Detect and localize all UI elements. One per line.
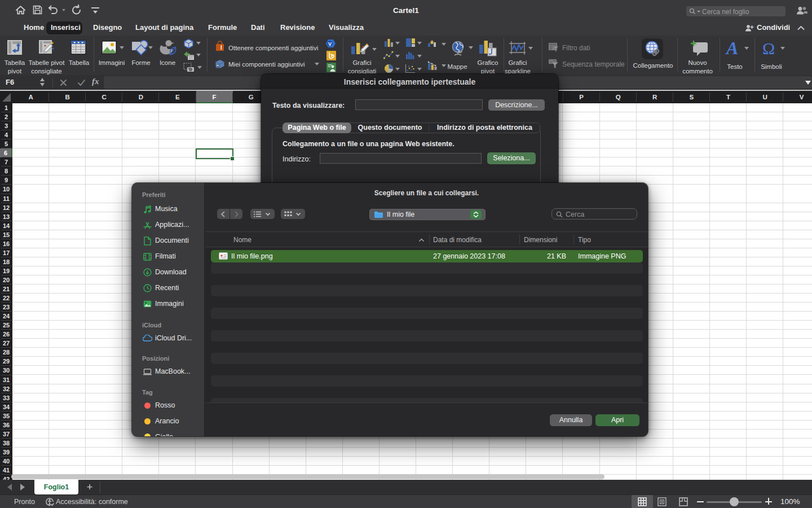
svg-text:V: V — [328, 41, 332, 47]
